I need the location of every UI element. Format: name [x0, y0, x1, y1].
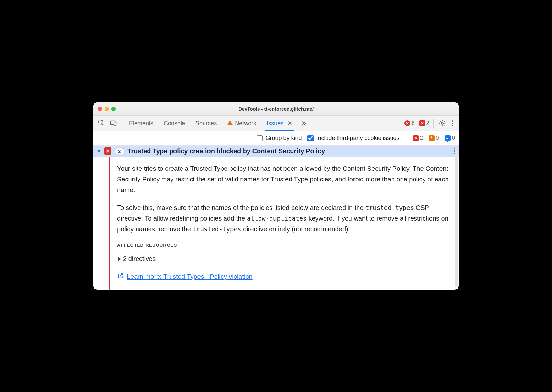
traffic-lights — [98, 107, 116, 111]
devtools-window: DevTools - tt-enforced.glitch.me/ Elemen… — [93, 102, 459, 290]
divider — [122, 119, 122, 128]
code-allow-duplicates: allow-duplicates — [247, 215, 307, 222]
group-by-kind-label: Group by kind — [265, 135, 302, 142]
titlebar: DevTools - tt-enforced.glitch.me/ — [93, 102, 459, 116]
console-errors-count: 6 — [412, 120, 414, 126]
issue-title: Trusted Type policy creation blocked by … — [127, 147, 450, 155]
affected-resources-header: AFFECTED RESOURCES — [117, 242, 450, 249]
issue-errors-count: 2 — [426, 120, 429, 126]
device-toolbar-icon[interactable] — [107, 116, 120, 131]
more-options-icon[interactable] — [449, 116, 456, 131]
issues-info-filter[interactable]: 0 — [445, 135, 455, 141]
group-by-kind-checkbox[interactable]: Group by kind — [257, 135, 302, 142]
issues-error-count: 2 — [420, 135, 423, 141]
info-chat-icon — [445, 135, 451, 141]
error-square-icon: ✕ — [413, 135, 419, 141]
include-third-party-checkbox[interactable]: Include third-party cookie issues — [307, 135, 399, 142]
tab-sources-label: Sources — [195, 120, 217, 127]
code-trusted-types: trusted-types — [365, 204, 414, 212]
code-trusted-types-2: trusted-types — [193, 225, 241, 233]
learn-more-link[interactable]: Learn more: Trusted Types - Policy viola… — [127, 271, 253, 282]
close-tab-icon[interactable]: ✕ — [287, 120, 292, 127]
warning-triangle-icon — [227, 120, 233, 127]
issue-errors-badge[interactable]: ✕ 2 — [419, 120, 429, 126]
warning-square-icon: ! — [429, 135, 435, 141]
issue-header[interactable]: ✕ 2 Trusted Type policy creation blocked… — [93, 146, 459, 157]
issue-paragraph-1: Your site tries to create a Trusted Type… — [117, 163, 450, 195]
directives-expander[interactable]: 2 directives — [117, 254, 450, 264]
chevron-right-icon — [118, 257, 121, 261]
directives-label: 2 directives — [123, 254, 156, 264]
tab-console-label: Console — [164, 120, 185, 127]
external-link-icon — [117, 271, 124, 282]
tab-elements-label: Elements — [129, 120, 153, 127]
tab-issues-label: Issues — [267, 120, 283, 127]
learn-more-row: Learn more: Trusted Types - Policy viola… — [117, 271, 450, 282]
divider — [433, 119, 434, 128]
tab-network[interactable]: Network — [222, 116, 261, 131]
issues-warning-filter[interactable]: ! 0 — [429, 135, 439, 141]
tab-elements[interactable]: Elements — [124, 116, 159, 131]
fullscreen-window-button[interactable] — [111, 107, 116, 111]
issues-warning-count: 0 — [436, 135, 439, 141]
issues-info-count: 0 — [452, 135, 455, 141]
issues-toolbar: Group by kind Include third-party cookie… — [93, 131, 459, 146]
chevron-down-icon[interactable] — [97, 150, 101, 152]
issues-error-filter[interactable]: ✕ 2 — [413, 135, 423, 141]
window-title: DevTools - tt-enforced.glitch.me/ — [93, 106, 459, 112]
include-third-party-label: Include third-party cookie issues — [316, 135, 399, 142]
error-square-icon: ✕ — [104, 147, 111, 155]
status-badges: ✕ 6 ✕ 2 — [401, 116, 431, 131]
include-third-party-input[interactable] — [307, 135, 314, 141]
console-errors-badge[interactable]: ✕ 6 — [404, 120, 414, 126]
tab-network-label: Network — [235, 120, 256, 127]
group-by-kind-input[interactable] — [257, 135, 263, 141]
severity-bar — [109, 157, 110, 290]
more-tabs-icon[interactable] — [297, 116, 310, 131]
settings-icon[interactable] — [436, 116, 449, 131]
tab-issues[interactable]: Issues ✕ — [261, 116, 297, 131]
panel-tabbar: Elements Console Sources Network Issues … — [93, 116, 459, 131]
issue-count-pill: 2 — [115, 148, 124, 154]
tab-console[interactable]: Console — [159, 116, 190, 131]
issue-paragraph-2: To solve this, make sure that the names … — [117, 202, 450, 234]
error-square-icon: ✕ — [419, 120, 425, 126]
tab-sources[interactable]: Sources — [190, 116, 222, 131]
svg-point-3 — [441, 123, 443, 125]
svg-rect-2 — [114, 122, 116, 126]
inspect-element-icon[interactable] — [95, 116, 107, 131]
issue-body: Your site tries to create a Trusted Type… — [93, 157, 459, 290]
issues-content: ✕ 2 Trusted Type policy creation blocked… — [93, 146, 459, 290]
close-window-button[interactable] — [98, 107, 102, 111]
minimize-window-button[interactable] — [105, 107, 109, 111]
error-circle-icon: ✕ — [404, 120, 410, 126]
